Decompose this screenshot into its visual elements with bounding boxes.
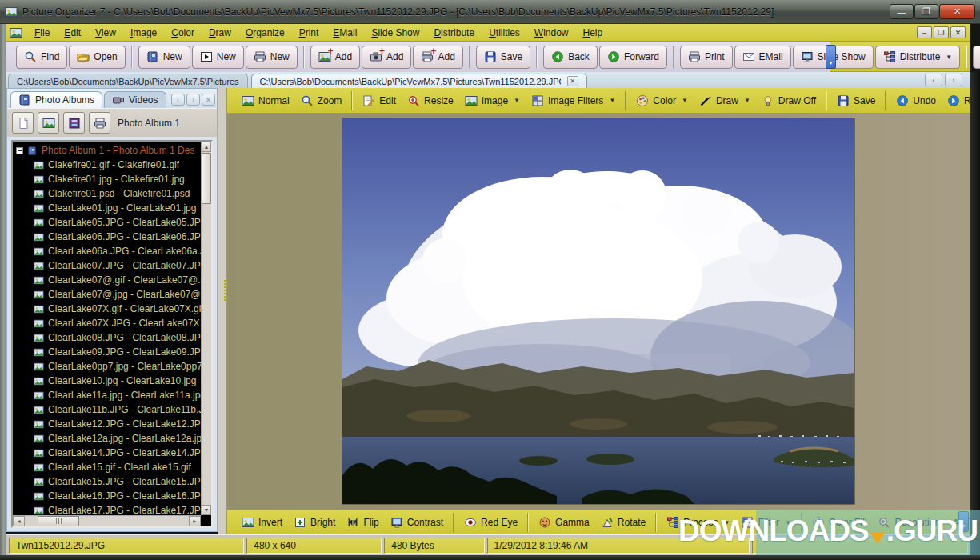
- color-button[interactable]: Color▼: [630, 90, 694, 111]
- menu-file[interactable]: File: [27, 26, 57, 40]
- forward-button[interactable]: Forward: [599, 46, 667, 69]
- panel-splitter[interactable]: [218, 88, 227, 534]
- filmstrip-button[interactable]: [63, 112, 85, 134]
- minimize-button[interactable]: —: [890, 4, 914, 19]
- email-button[interactable]: EMail: [734, 46, 791, 69]
- tree-item[interactable]: ClearLake07X.gif - ClearLake07X.gif: [13, 302, 201, 316]
- tree-item[interactable]: ClearLake05.JPG - ClearLake05.JPG: [13, 215, 201, 230]
- add-button[interactable]: Add: [362, 46, 411, 69]
- tree-item[interactable]: ClearLake08.JPG - ClearLake08.JPG: [13, 330, 201, 345]
- tree-item[interactable]: ClearLake0pp7.jpg - ClearLake0pp7.jpg: [13, 359, 201, 374]
- scroll-right-arrow-icon[interactable]: ►: [189, 516, 201, 526]
- tree-item[interactable]: ClearLake12.JPG - ClearLake12.JPG: [13, 417, 201, 431]
- tree-root-album[interactable]: Photo Album 1 - Photo Album 1 Des: [13, 143, 201, 158]
- tree-item[interactable]: ClearLake09.JPG - ClearLake09.JPG: [13, 345, 201, 359]
- red-eye-button[interactable]: Red Eye: [458, 512, 523, 533]
- draw-button[interactable]: Draw▼: [694, 90, 756, 111]
- menu-image[interactable]: Image: [123, 26, 164, 40]
- tree-item[interactable]: ClearLake15.gif - ClearLake15.gif: [13, 460, 201, 474]
- tree-item[interactable]: ClearLake06.JPG - ClearLake06.JPG: [13, 230, 201, 244]
- image-button[interactable]: Image▼: [459, 90, 526, 111]
- rotate-button[interactable]: Rotate: [595, 512, 651, 533]
- menu-email[interactable]: EMail: [326, 26, 364, 40]
- tree-item[interactable]: Clakefire01.psd - Clakefire01.psd: [13, 186, 201, 201]
- menu-print[interactable]: Print: [292, 26, 326, 40]
- draw-off-button[interactable]: Draw Off: [756, 90, 822, 111]
- tree-item[interactable]: ClearLake07@.jpg - ClearLake07@.jpg: [13, 287, 201, 302]
- tree-item[interactable]: ClearLake11b.JPG - ClearLake11b.JPG: [13, 402, 201, 417]
- zoom-button[interactable]: Zoom: [295, 90, 348, 111]
- tree-item[interactable]: ClearLake16.JPG - ClearLake16.JPG: [13, 489, 201, 503]
- menu-organize[interactable]: Organize: [238, 26, 292, 40]
- mdi-minimize-button[interactable]: –: [917, 26, 932, 38]
- scroll-left-arrow-icon[interactable]: ◄: [13, 516, 25, 526]
- tree-item[interactable]: ClearLake06a.JPG - ClearLake06a.JPG: [13, 244, 201, 258]
- maximize-button[interactable]: ❐: [914, 4, 938, 19]
- scroll-down-arrow-icon[interactable]: ▼: [202, 505, 211, 515]
- sidebar-tab-photo-albums[interactable]: Photo Albums: [10, 91, 102, 108]
- gamma-button[interactable]: Gamma: [533, 512, 595, 533]
- find-button[interactable]: Find: [16, 46, 67, 69]
- tree-item[interactable]: ClearLake10.jpg - ClearLake10.jpg: [13, 374, 201, 388]
- save-button[interactable]: Save: [831, 90, 881, 111]
- horizontal-scroll-thumb[interactable]: [38, 516, 79, 526]
- new-button[interactable]: New: [192, 46, 244, 69]
- tree-item[interactable]: ClearLake11a.jpg - ClearLake11a.jpg: [13, 388, 201, 402]
- back-button[interactable]: Back: [543, 46, 598, 69]
- tree-item[interactable]: ClearLake14.JPG - ClearLake14.JPG: [13, 446, 201, 460]
- tree-vertical-scrollbar[interactable]: ▲ ▼: [201, 142, 211, 515]
- tree-item[interactable]: ClearLake07@.gif - ClearLake07@.gif: [13, 273, 201, 287]
- add-button[interactable]: Add: [413, 46, 462, 69]
- image-canvas[interactable]: [227, 114, 970, 510]
- palette-button[interactable]: [973, 46, 980, 69]
- tree-item[interactable]: Clakefire01.gif - Clakefire01.gif: [13, 158, 201, 172]
- edit-button[interactable]: Edit: [357, 90, 402, 111]
- new-page-button[interactable]: [12, 112, 34, 134]
- tree-item[interactable]: ClearLake17.JPG - ClearLake17.JPG: [13, 503, 201, 515]
- tree-expander-icon[interactable]: [16, 147, 23, 154]
- path-tab-1[interactable]: C:\Users\Bob\Documents\BackUp\PicVewMx7.…: [8, 74, 248, 88]
- tree-item[interactable]: ClearLake07X.JPG - ClearLake07X.JPG: [13, 316, 201, 330]
- undo-button[interactable]: Undo: [890, 90, 942, 111]
- menu-help[interactable]: Help: [576, 26, 610, 40]
- sidebar-back-button[interactable]: ‹: [171, 94, 185, 106]
- sidebar-tab-videos[interactable]: Videos: [104, 91, 166, 108]
- print-button[interactable]: Print: [680, 46, 733, 69]
- tab-scroll-right-button[interactable]: ›: [945, 74, 962, 86]
- distribute-button[interactable]: Distribute▼: [875, 46, 961, 69]
- add-button[interactable]: Add: [310, 46, 360, 69]
- tree-item[interactable]: ClearLake12a.jpg - ClearLake12a.jpg: [13, 431, 201, 446]
- tree-horizontal-scrollbar[interactable]: ◄ ►: [13, 515, 201, 526]
- bright-button[interactable]: Bright: [288, 512, 341, 533]
- tree-item[interactable]: ClearLake01.jpg - ClearLake01.jpg: [13, 201, 201, 215]
- new-button[interactable]: New: [246, 46, 298, 69]
- menu-slide-show[interactable]: Slide Show: [364, 26, 426, 40]
- menu-edit[interactable]: Edit: [57, 26, 88, 40]
- tree-item[interactable]: ClearLake07.JPG - ClearLake07.JPG: [13, 258, 201, 273]
- close-button[interactable]: ✕: [939, 4, 975, 19]
- menu-utilities[interactable]: Utilities: [482, 26, 527, 40]
- contrast-button[interactable]: Contrast: [385, 512, 449, 533]
- menu-color[interactable]: Color: [164, 26, 202, 40]
- toolbar-overflow-button[interactable]: ▾: [826, 45, 836, 69]
- flip-button[interactable]: Flip: [341, 512, 384, 533]
- menu-draw[interactable]: Draw: [202, 26, 238, 40]
- photo-button[interactable]: [38, 112, 59, 134]
- save-button[interactable]: Save: [476, 46, 530, 69]
- mdi-restore-button[interactable]: ❐: [934, 26, 949, 38]
- path-tab-2[interactable]: C:\Users\Bob\Documents\BackUp\PicVewMx7.…: [251, 74, 587, 88]
- sidebar-forward-button[interactable]: ›: [186, 94, 200, 106]
- tab-scroll-left-button[interactable]: ‹: [925, 74, 942, 86]
- normal-button[interactable]: Normal: [236, 90, 295, 111]
- tree-item[interactable]: Clakefire01.jpg - Clakefire01.jpg: [13, 172, 201, 186]
- new-button[interactable]: New: [138, 46, 190, 69]
- mdi-close-button[interactable]: ✕: [950, 26, 966, 38]
- menu-distribute[interactable]: Distribute: [426, 26, 482, 40]
- tree-item[interactable]: ClearLake15.JPG - ClearLake15.JPG: [13, 474, 201, 489]
- invert-button[interactable]: Invert: [236, 512, 288, 533]
- tab-close-icon[interactable]: ✕: [567, 76, 578, 86]
- scroll-up-arrow-icon[interactable]: ▲: [202, 142, 211, 152]
- menu-window[interactable]: Window: [527, 26, 576, 40]
- vertical-scroll-thumb[interactable]: [202, 153, 211, 204]
- sidebar-close-button[interactable]: ✕: [202, 94, 215, 106]
